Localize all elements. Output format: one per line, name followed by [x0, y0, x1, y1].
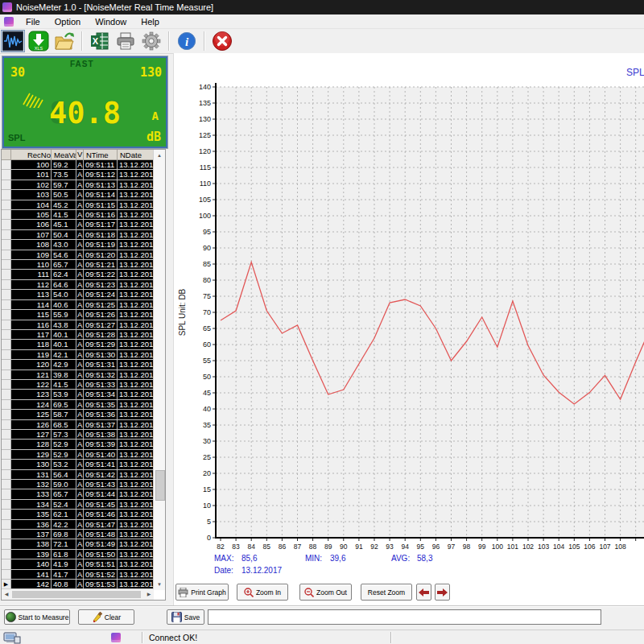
table-row[interactable]: 11942.1A09:51:3013.12.2017 [2, 350, 154, 360]
table-row[interactable]: 12558.7A09:51:3613.12.2017 [2, 410, 154, 419]
column-header-ntime[interactable]: NTime [84, 150, 118, 160]
table-row[interactable]: 12952.9A09:51:4013.12.2017 [2, 450, 154, 460]
print-button[interactable] [114, 30, 138, 52]
table-row[interactable]: 10750.4A09:51:1813.12.2017 [2, 230, 154, 240]
cell-recno: 126 [11, 420, 52, 429]
table-row[interactable]: 13053.2A09:51:4113.12.2017 [2, 460, 154, 469]
start-measure-label: Start to Measure [19, 613, 69, 621]
table-row[interactable]: 13156.4A09:51:4213.12.2017 [2, 470, 154, 480]
table-row[interactable]: 10173.5A09:51:1213.12.2017 [2, 170, 154, 180]
scrollbar-thumb[interactable] [155, 470, 165, 501]
table-row[interactable]: 11555.9A09:51:2613.12.2017 [2, 310, 154, 320]
table-body: 10059.2A09:51:1113.12.201710173.5A09:51:… [2, 160, 154, 590]
cell-meaval: 69.8 [52, 530, 76, 539]
vertical-scrollbar[interactable]: ▲ ▼ [153, 150, 165, 590]
zoom-in-label: Zoom In [256, 588, 281, 597]
x-tick-label: 93 [386, 543, 394, 551]
scroll-left-icon[interactable]: ◀ [2, 589, 11, 600]
save-filename-input[interactable] [208, 609, 601, 625]
column-header-ndate[interactable]: NDate [118, 150, 154, 160]
table-row[interactable]: 11065.7A09:51:2113.12.2017 [2, 260, 154, 270]
table-row[interactable]: 13961.8A09:51:5013.12.2017 [2, 550, 154, 559]
column-header-meaval[interactable]: MeaVal [52, 150, 76, 160]
table-row[interactable]: 10445.2A09:51:1513.12.2017 [2, 200, 154, 210]
table-row[interactable]: 12353.9A09:51:3413.12.2017 [2, 390, 154, 399]
menu-file[interactable]: File [19, 16, 47, 27]
table-row[interactable]: 13769.8A09:51:4813.12.2017 [2, 530, 154, 539]
cell-v: A [76, 160, 84, 169]
table-row[interactable]: 11264.6A09:51:2313.12.2017 [2, 280, 154, 290]
table-row[interactable]: 13259.0A09:51:4313.12.2017 [2, 480, 154, 489]
exit-button[interactable] [210, 30, 234, 52]
cell-ndate: 13.12.2017 [118, 500, 154, 509]
table-row[interactable]: 13872.1A09:51:4913.12.2017 [2, 539, 154, 549]
column-header-v[interactable]: V [76, 150, 84, 160]
start-measure-button[interactable]: Start to Measure [4, 609, 70, 625]
clear-button[interactable]: Clear [78, 609, 134, 625]
cell-meaval: 52.9 [52, 440, 76, 448]
scroll-chart-right-button[interactable] [435, 584, 450, 601]
table-row[interactable]: 13365.7A09:51:4413.12.2017 [2, 489, 154, 499]
table-row[interactable]: 12668.5A09:51:3713.12.2017 [2, 420, 154, 430]
scroll-down-icon[interactable]: ▼ [154, 579, 165, 590]
cell-ndate: 13.12.2017 [118, 390, 154, 398]
cell-ntime: 09:51:37 [84, 420, 118, 429]
cell-ndate: 13.12.2017 [118, 170, 154, 179]
table-row[interactable]: 10645.1A09:51:1713.12.2017 [2, 220, 154, 229]
cell-v: A [76, 170, 84, 179]
row-indicator [2, 570, 11, 579]
status-divider [390, 632, 392, 643]
zoom-out-button[interactable]: Zoom Out [299, 584, 352, 601]
table-row[interactable]: 10541.5A09:51:1613.12.2017 [2, 210, 154, 220]
scroll-chart-left-button[interactable] [416, 584, 431, 601]
excel-export-button[interactable]: X [88, 30, 112, 52]
table-row[interactable]: 14141.7A09:51:5213.12.2017 [2, 570, 154, 580]
cell-ndate: 13.12.2017 [118, 460, 154, 469]
scrollbar-thumb[interactable] [12, 591, 141, 598]
reset-zoom-button[interactable]: Reset Zoom [361, 584, 412, 601]
table-row[interactable]: 10954.6A09:51:2013.12.2017 [2, 250, 154, 260]
table-row[interactable]: 12241.5A09:51:3313.12.2017 [2, 380, 154, 390]
scroll-up-icon[interactable]: ▲ [154, 150, 165, 161]
table-row[interactable]: 12139.8A09:51:3213.12.2017 [2, 370, 154, 380]
table-row[interactable]: 13562.1A09:51:4613.12.2017 [2, 510, 154, 519]
table-row[interactable]: 10259.7A09:51:1313.12.2017 [2, 180, 154, 190]
scroll-right-icon[interactable]: ▶ [144, 589, 154, 600]
table-row[interactable]: 12852.9A09:51:3913.12.2017 [2, 440, 154, 449]
menu-option[interactable]: Option [47, 16, 88, 27]
export-xls-button[interactable]: XLS [27, 30, 51, 52]
table-row[interactable]: 11643.8A09:51:2713.12.2017 [2, 320, 154, 330]
table-row[interactable]: 11740.1A09:51:2813.12.2017 [2, 330, 154, 340]
info-button[interactable]: i [175, 30, 199, 52]
table-row[interactable]: 12042.9A09:51:3113.12.2017 [2, 360, 154, 369]
table-row[interactable]: 14041.9A09:51:5113.12.2017 [2, 559, 154, 569]
table-row[interactable]: 11440.6A09:51:2513.12.2017 [2, 300, 154, 310]
column-header-recno[interactable]: RecNo [11, 150, 52, 160]
table-row[interactable]: 11162.4A09:51:2213.12.2017 [2, 270, 154, 279]
horizontal-scrollbar[interactable]: ◀ ▶ [2, 588, 154, 600]
zoom-in-button[interactable]: Zoom In [237, 584, 288, 601]
row-indicator [2, 400, 11, 409]
menu-help[interactable]: Help [134, 16, 167, 27]
row-indicator [2, 520, 11, 529]
open-file-button[interactable] [52, 30, 76, 52]
settings-button[interactable] [139, 30, 163, 52]
cell-recno: 103 [11, 190, 52, 199]
row-indicator [2, 300, 11, 309]
table-row[interactable]: 13452.4A09:51:4513.12.2017 [2, 500, 154, 510]
table-row[interactable]: 10843.0A09:51:1913.12.2017 [2, 240, 154, 250]
cell-ndate: 13.12.2017 [118, 480, 154, 489]
table-row[interactable]: 11840.1A09:51:2913.12.2017 [2, 340, 154, 349]
table-row[interactable]: 11354.0A09:51:2413.12.2017 [2, 290, 154, 299]
waveform-display-button[interactable] [1, 30, 25, 52]
print-graph-button[interactable]: Print Graph [175, 584, 229, 601]
menu-window[interactable]: Window [88, 16, 134, 27]
table-row[interactable]: 12757.3A09:51:3813.12.2017 [2, 430, 154, 440]
table-row[interactable]: 13642.2A09:51:4713.12.2017 [2, 520, 154, 530]
table-row[interactable]: 10350.5A09:51:1413.12.2017 [2, 190, 154, 200]
save-button[interactable]: Save [167, 609, 204, 625]
cell-v: A [76, 360, 84, 369]
table-row[interactable]: 12469.5A09:51:3513.12.2017 [2, 400, 154, 410]
mdi-child-icon[interactable] [4, 17, 14, 27]
table-row[interactable]: 10059.2A09:51:1113.12.2017 [2, 160, 154, 170]
